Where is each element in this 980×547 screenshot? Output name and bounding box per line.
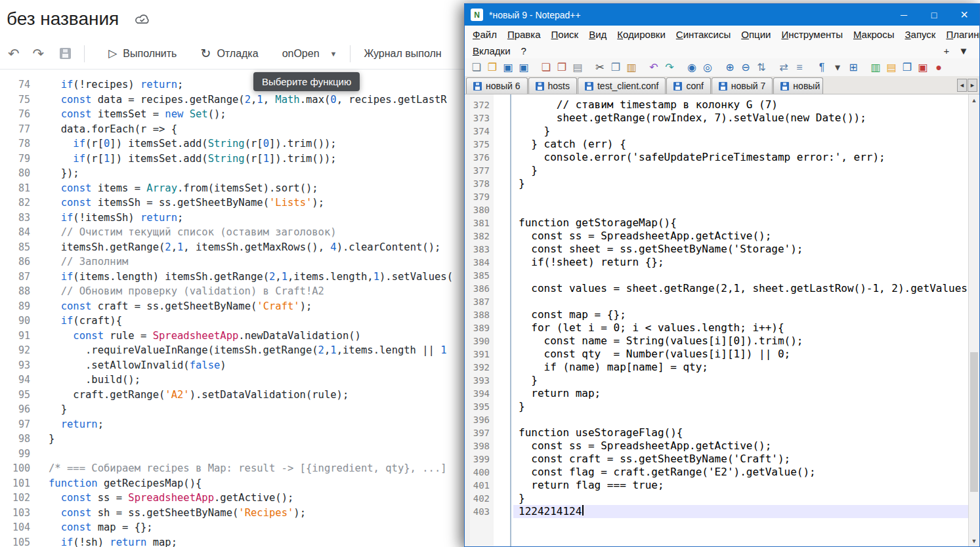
folder-workspace-icon[interactable]: ❐ bbox=[899, 60, 915, 75]
code-line[interactable]: 390 const name = String(values[i][0]).tr… bbox=[465, 334, 979, 348]
code-line[interactable]: 392 if (name) map[name] = qty; bbox=[465, 361, 979, 374]
sync-vertical-scroll-icon[interactable]: ⇅ bbox=[754, 60, 769, 75]
new-file-icon[interactable]: ❏ bbox=[469, 60, 484, 75]
copy-icon[interactable]: ❐ bbox=[608, 60, 624, 75]
code-line[interactable]: 402} bbox=[465, 492, 979, 505]
execution-log-button[interactable]: Журнал выполн bbox=[364, 48, 441, 60]
menu-item[interactable]: Синтаксисы bbox=[671, 29, 736, 40]
show-symbol-dropdown-icon[interactable]: ▾ bbox=[830, 60, 845, 75]
code-line[interactable]: 381function getStorageMap(){ bbox=[465, 216, 979, 230]
monitor-icon[interactable]: ▣ bbox=[915, 60, 931, 75]
menu-item[interactable]: Вид bbox=[584, 29, 612, 40]
scroll-down-icon[interactable]: ▼ bbox=[969, 535, 979, 546]
code-line[interactable]: 378} bbox=[465, 177, 979, 190]
code-line[interactable]: 387 bbox=[465, 295, 979, 308]
maximize-button[interactable]: □ bbox=[919, 4, 949, 26]
undo-icon[interactable]: ↶ bbox=[8, 46, 20, 62]
line-number: 400 bbox=[465, 466, 494, 479]
tab-scroll-left-icon[interactable]: ◄ bbox=[957, 79, 967, 92]
zoom-out-icon[interactable]: ⊖ bbox=[738, 60, 754, 75]
code-line[interactable]: 386 const values = sheet.getRange(2,1, s… bbox=[465, 282, 979, 295]
minimize-button[interactable]: ─ bbox=[889, 4, 919, 26]
close-button[interactable]: × bbox=[949, 4, 979, 26]
vertical-scrollbar[interactable]: ▲ ▼ bbox=[968, 94, 979, 546]
document-tab[interactable]: новый 7 bbox=[712, 77, 773, 94]
titlebar[interactable]: N *новый 9 - Notepad++ ─ □ × bbox=[465, 4, 979, 26]
indent-guide-icon[interactable]: ⊞ bbox=[845, 60, 861, 75]
replace-icon[interactable]: ◎ bbox=[700, 60, 715, 75]
find-icon[interactable]: ◉ bbox=[684, 60, 700, 75]
menu-item[interactable]: Вкладки bbox=[467, 45, 516, 56]
project-title[interactable]: без названия bbox=[7, 9, 119, 30]
text-editor[interactable]: 372 // ставим timestamp в колонку G (7)3… bbox=[465, 94, 979, 546]
redo-icon[interactable]: ↷ bbox=[662, 60, 677, 75]
word-wrap-icon[interactable]: ¶ bbox=[814, 60, 830, 75]
code-line[interactable]: 380 bbox=[465, 203, 979, 216]
close-all-docs-icon[interactable]: ❐ bbox=[554, 60, 570, 75]
code-line[interactable]: 384 if(!sheet) return {}; bbox=[465, 256, 979, 269]
code-line[interactable]: 398 const ss = SpreadsheetApp.getActive(… bbox=[465, 439, 979, 453]
code-line[interactable]: 394 return map; bbox=[465, 387, 979, 400]
menu-item[interactable]: Запуск bbox=[899, 29, 941, 40]
menu-item[interactable]: Файл bbox=[467, 29, 502, 40]
menu-item[interactable]: Инструменты bbox=[776, 29, 848, 40]
cut-icon[interactable]: ✂ bbox=[592, 60, 608, 75]
save-icon[interactable]: ▣ bbox=[500, 60, 516, 75]
sync-horizontal-scroll-icon[interactable]: ⇄ bbox=[776, 60, 792, 75]
code-line[interactable]: 401 return flag === true; bbox=[465, 479, 979, 492]
run-button[interactable]: ▷ Выполнить bbox=[108, 47, 177, 60]
print-icon[interactable]: ▤ bbox=[570, 60, 586, 75]
code-line[interactable]: 383 const sheet = ss.getSheetByName('Sto… bbox=[465, 243, 979, 256]
code-line[interactable]: 396 bbox=[465, 413, 979, 426]
close-doc-icon[interactable]: ❏ bbox=[538, 60, 554, 75]
menu-item[interactable]: Поиск bbox=[546, 29, 584, 40]
zoom-in-icon[interactable]: ⊕ bbox=[722, 60, 738, 75]
document-tab[interactable]: новый bbox=[773, 77, 823, 94]
tab-list-icon[interactable]: ▼ bbox=[957, 45, 970, 56]
code-line[interactable]: 382 const ss = SpreadsheetApp.getActive(… bbox=[465, 230, 979, 243]
undo-icon[interactable]: ↶ bbox=[646, 60, 662, 75]
document-tab[interactable]: hosts bbox=[528, 77, 577, 94]
code-line[interactable]: 393 } bbox=[465, 374, 979, 387]
function-selector[interactable]: onOpen ▼ bbox=[282, 48, 337, 60]
menu-item[interactable]: Кодировки bbox=[612, 29, 671, 40]
code-line[interactable]: 385 bbox=[465, 269, 979, 282]
code-line[interactable]: 395} bbox=[465, 400, 979, 413]
code-line[interactable]: 391 const qty = Number(values[i][1]) || … bbox=[465, 348, 979, 361]
code-line[interactable]: 373 sheet.getRange(rowIndex, 7).setValue… bbox=[465, 111, 979, 125]
save-icon[interactable] bbox=[60, 48, 71, 59]
code-line[interactable]: 4031224214124 bbox=[465, 505, 979, 518]
scrollbar-thumb[interactable] bbox=[970, 352, 978, 493]
paste-icon[interactable]: ▥ bbox=[624, 60, 639, 75]
menu-item[interactable]: ? bbox=[516, 45, 532, 56]
code-line[interactable]: 372 // ставим timestamp в колонку G (7) bbox=[465, 98, 979, 111]
debug-button[interactable]: ↻ Отладка bbox=[200, 46, 258, 61]
function-list-icon[interactable]: ▤ bbox=[884, 60, 899, 75]
code-line[interactable]: 376 console.error('safeUpdatePriceTimest… bbox=[465, 151, 979, 164]
save-all-icon[interactable]: ▣ bbox=[516, 60, 532, 75]
code-line[interactable]: 388 const map = {}; bbox=[465, 308, 979, 321]
code-line[interactable]: 399 const craft = ss.getSheetByName('Cra… bbox=[465, 453, 979, 466]
code-line[interactable]: 374 } bbox=[465, 125, 979, 138]
all-chars-icon[interactable]: ≡ bbox=[792, 60, 807, 75]
new-tab-icon[interactable]: + bbox=[940, 45, 953, 56]
code-line[interactable]: 389 for (let i = 0; i < values.length; i… bbox=[465, 321, 979, 334]
doc-map-icon[interactable]: ▥ bbox=[868, 60, 884, 75]
code-line[interactable]: 400 const flag = craft.getRange('E2').ge… bbox=[465, 466, 979, 479]
redo-icon[interactable]: ↷ bbox=[33, 46, 45, 62]
scroll-up-icon[interactable]: ▲ bbox=[969, 94, 979, 106]
menu-item[interactable]: Плагины bbox=[941, 29, 980, 40]
code-line[interactable]: 375 } catch (err) { bbox=[465, 138, 979, 151]
document-tab[interactable]: conf bbox=[666, 77, 710, 94]
document-tab[interactable]: test_client.conf bbox=[578, 77, 666, 94]
code-line[interactable]: 377 } bbox=[465, 164, 979, 177]
code-line[interactable]: 379 bbox=[465, 190, 979, 203]
tab-scroll-right-icon[interactable]: ► bbox=[968, 79, 977, 92]
code-line[interactable]: 397function useStorageFlag(){ bbox=[465, 426, 979, 439]
document-tab[interactable]: новый 6 bbox=[466, 77, 528, 94]
record-macro-icon[interactable]: ● bbox=[931, 60, 947, 75]
menu-item[interactable]: Опции bbox=[736, 29, 776, 40]
menu-item[interactable]: Правка bbox=[502, 29, 546, 40]
open-file-icon[interactable]: ❐ bbox=[484, 60, 500, 75]
menu-item[interactable]: Макросы bbox=[848, 29, 900, 40]
